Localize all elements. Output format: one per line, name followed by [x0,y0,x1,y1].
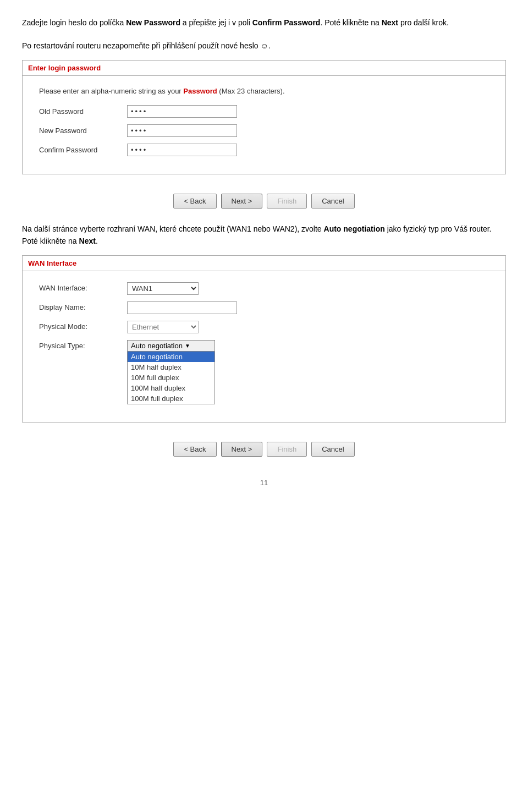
back-button-1[interactable]: < Back [173,194,216,209]
login-password-panel: Enter login password Please enter an alp… [22,60,506,174]
new-password-row: New Password [39,124,489,137]
login-password-panel-title: Enter login password [23,61,505,76]
intro-paragraph-1: Zadejte login heslo do políčka New Passw… [22,17,506,29]
physical-mode-row: Physical Mode: Ethernet [39,321,489,333]
old-password-row: Old Password [39,105,489,118]
confirm-password-label: Confirm Password [39,146,127,154]
page-number: 11 [22,479,506,487]
finish-button-2: Finish [267,442,307,457]
password-highlight: Password [183,87,217,95]
option-100m-half[interactable]: 100M half duplex [128,383,215,393]
wan-interface-panel: WAN Interface WAN Interface: WAN1 WAN2 D… [22,255,506,423]
physical-type-dropdown[interactable]: Auto negotiation 10M half duplex 10M ful… [127,352,215,404]
wan-interface-label: WAN Interface: [39,282,127,292]
wan-interface-select[interactable]: WAN1 WAN2 [127,282,199,295]
option-10m-full[interactable]: 10M full duplex [128,372,215,383]
physical-type-select-header[interactable]: Auto negotiation ▼ [127,340,215,352]
option-10m-half[interactable]: 10M half duplex [128,362,215,372]
intro-paragraph-2: Po restartování routeru nezapomeňte při … [22,40,506,52]
next-button-2[interactable]: Next > [221,442,263,457]
confirm-password-row: Confirm Password [39,144,489,156]
option-auto-negotiation[interactable]: Auto negotiation [128,352,215,362]
physical-type-selected-value: Auto negotiation [131,342,183,350]
display-name-input[interactable] [127,301,237,314]
wan-panel-title: WAN Interface [23,256,505,271]
wan-interface-row: WAN Interface: WAN1 WAN2 [39,282,489,295]
cancel-button-2[interactable]: Cancel [311,442,354,457]
display-name-row: Display Name: [39,301,489,314]
login-button-row: < Back Next > Finish Cancel [22,185,506,214]
cancel-button-1[interactable]: Cancel [311,194,354,209]
physical-type-label: Physical Type: [39,340,127,350]
display-name-label: Display Name: [39,301,127,311]
new-password-input[interactable] [127,124,237,137]
physical-mode-label: Physical Mode: [39,321,127,331]
physical-mode-select[interactable]: Ethernet [127,321,199,333]
form-info-text: Please enter an alpha-numeric string as … [39,87,489,95]
intro-paragraph-wan: Na další stránce vyberte rozhraní WAN, k… [22,223,506,248]
finish-button-1: Finish [267,194,307,209]
back-button-2[interactable]: < Back [173,442,216,457]
new-password-label: New Password [39,127,127,135]
physical-type-row: Physical Type: Auto negotiation ▼ Auto n… [39,340,489,404]
old-password-label: Old Password [39,107,127,116]
next-button-1[interactable]: Next > [221,194,263,209]
confirm-password-input[interactable] [127,144,237,156]
chevron-down-icon: ▼ [185,343,190,349]
option-100m-full[interactable]: 100M full duplex [128,393,215,404]
old-password-input[interactable] [127,105,237,118]
wan-button-row: < Back Next > Finish Cancel [22,434,506,462]
